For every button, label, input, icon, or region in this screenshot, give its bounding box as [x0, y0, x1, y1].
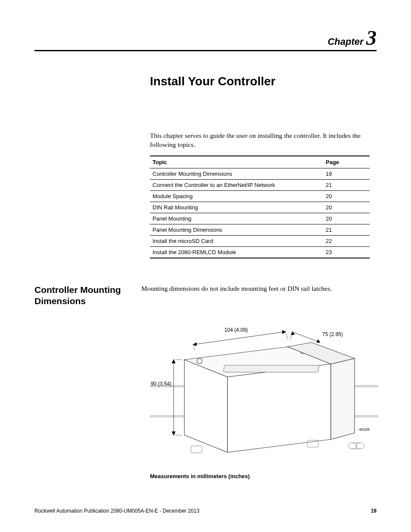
- cell-topic: Panel Mounting Dimensions: [150, 224, 323, 235]
- cell-topic: Panel Mounting: [150, 213, 323, 224]
- svg-line-18: [193, 332, 286, 345]
- cell-page: 20: [323, 213, 370, 224]
- svg-marker-5: [227, 364, 331, 452]
- dim-width-label: 104 (4.09): [224, 327, 248, 333]
- controller-drawing-svg: 104 (4.09) 75 (2.95) 90 (3.54) 46205: [150, 319, 378, 470]
- svg-point-14: [348, 443, 357, 449]
- topics-table: Topic Page Controller Mounting Dimension…: [150, 156, 370, 258]
- dim-height: [172, 360, 182, 435]
- cell-topic: Install the 2080-REMLCD Module: [150, 246, 323, 258]
- table-row: Controller Mounting Dimensions 19: [150, 168, 370, 179]
- th-topic: Topic: [150, 156, 323, 168]
- svg-marker-22: [282, 330, 286, 334]
- page-footer: Rockwell Automation Publication 2080-UM0…: [34, 508, 377, 514]
- table-row: Install the 2080-REMLCD Module 23: [150, 246, 370, 258]
- cell-topic: Module Spacing: [150, 190, 323, 202]
- section-row: Controller Mounting Dimensions Mounting …: [34, 284, 377, 307]
- svg-marker-25: [291, 332, 295, 335]
- table-row: Install the microSD Card 22: [150, 235, 370, 246]
- footer-publication: Rockwell Automation Publication 2080-UM0…: [34, 508, 199, 514]
- footer-page-number: 19: [371, 508, 377, 514]
- svg-marker-31: [172, 432, 175, 435]
- section-heading: Controller Mounting Dimensions: [34, 284, 141, 307]
- section-body: Mounting dimensions do not include mount…: [141, 284, 377, 293]
- chapter-header: Chapter 3: [34, 26, 377, 50]
- svg-marker-21: [193, 342, 196, 346]
- cell-page: 19: [323, 168, 370, 179]
- svg-marker-30: [172, 360, 175, 363]
- intro-paragraph: This chapter serves to guide the user on…: [150, 131, 374, 149]
- controller-figure: 104 (4.09) 75 (2.95) 90 (3.54) 46205: [150, 319, 378, 470]
- table-row: Panel Mounting 20: [150, 213, 370, 224]
- table-header-row: Topic Page: [150, 156, 370, 168]
- svg-marker-10: [331, 358, 355, 439]
- table-row: Module Spacing 20: [150, 190, 370, 202]
- figure-id: 46205: [359, 427, 370, 432]
- page-title: Install Your Controller: [150, 75, 377, 88]
- svg-rect-7: [224, 365, 319, 372]
- cell-page: 22: [323, 235, 370, 246]
- svg-point-15: [356, 443, 364, 449]
- svg-line-23: [292, 332, 320, 342]
- table-row: Connect the Controller to an EtherNet/IP…: [150, 179, 370, 190]
- cell-page: 21: [323, 224, 370, 235]
- dim-width: [193, 330, 288, 350]
- cell-topic: Connect the Controller to an EtherNet/IP…: [150, 179, 323, 190]
- svg-marker-26: [317, 339, 320, 342]
- chapter-number: 3: [366, 26, 377, 50]
- svg-point-8: [197, 358, 202, 364]
- controller-body: [184, 347, 331, 452]
- svg-line-19: [193, 345, 195, 350]
- table-row: Panel Mounting Dimensions 21: [150, 224, 370, 235]
- dim-depth: [290, 332, 320, 342]
- cell-topic: DIN Rail Mounting: [150, 202, 323, 213]
- table-row: DIN Rail Mounting 20: [150, 202, 370, 213]
- cell-page: 23: [323, 246, 370, 258]
- svg-rect-12: [191, 446, 202, 453]
- dim-depth-label: 75 (2.95): [322, 331, 343, 337]
- cell-page: 21: [323, 179, 370, 190]
- header-rule: [34, 50, 377, 51]
- svg-line-20: [286, 332, 288, 339]
- figure-caption: Measurements in millimeters (inches): [150, 473, 377, 479]
- cell-page: 20: [323, 202, 370, 213]
- cell-page: 20: [323, 190, 370, 202]
- cell-topic: Controller Mounting Dimensions: [150, 168, 323, 179]
- cell-topic: Install the microSD Card: [150, 235, 323, 246]
- chapter-word: Chapter: [327, 36, 363, 47]
- dim-height-label: 90 (3.54): [151, 381, 171, 387]
- th-page: Page: [323, 156, 370, 168]
